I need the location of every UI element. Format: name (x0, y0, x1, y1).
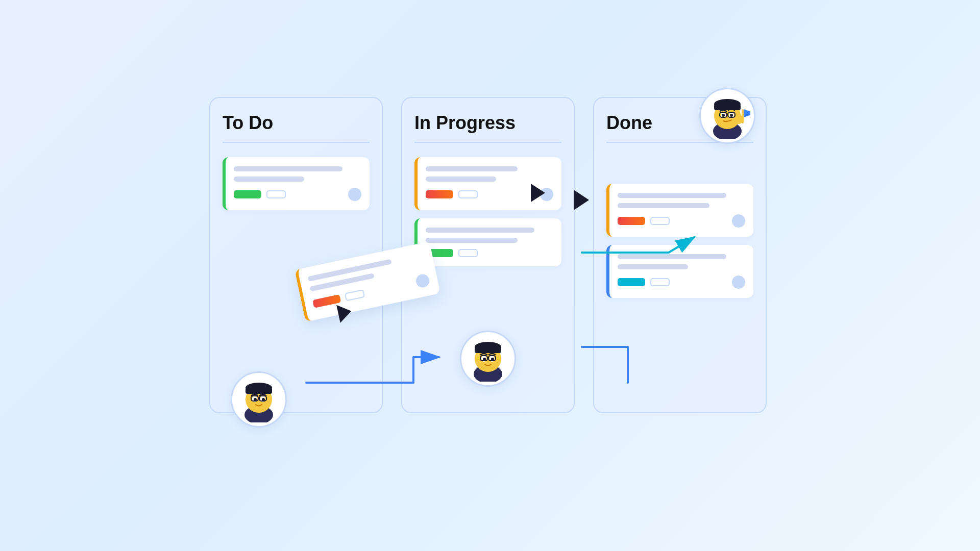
card-todo-1[interactable] (223, 157, 370, 210)
avatar-todo (231, 371, 287, 428)
card-line (426, 177, 496, 182)
svg-rect-25 (714, 104, 741, 110)
card-dot (348, 188, 361, 201)
card-footer (618, 276, 745, 289)
card-line (426, 238, 518, 243)
badge-outline (266, 190, 286, 198)
badge-red (426, 190, 453, 198)
svg-point-28 (722, 114, 725, 117)
badge-cyan (618, 278, 645, 286)
kanban-board: To Do (209, 97, 771, 454)
avatar-todo-face (236, 377, 282, 422)
card-line (618, 203, 709, 208)
card-line (618, 193, 726, 198)
card-dot (415, 273, 431, 289)
card-line (426, 228, 534, 233)
badge-outline (650, 278, 670, 286)
badge-outline (458, 249, 478, 257)
svg-rect-3 (246, 388, 272, 394)
badge-red (618, 217, 645, 225)
avatar-done-face (704, 93, 750, 139)
card-dot (732, 276, 745, 289)
svg-point-29 (730, 114, 733, 117)
card-done-2[interactable] (606, 245, 753, 298)
card-inprogress-1[interactable] (414, 157, 561, 210)
card-line (234, 166, 342, 171)
card-done-1[interactable] (606, 184, 753, 237)
badge-green (234, 190, 261, 198)
card-footer (618, 214, 745, 228)
column-inprogress-title: In Progress (414, 112, 561, 143)
column-todo: To Do (209, 97, 383, 413)
column-todo-title: To Do (223, 112, 370, 143)
card-line (618, 254, 726, 259)
card-inprogress-2[interactable] (414, 218, 561, 266)
card-footer (234, 188, 361, 201)
columns-container: To Do (209, 97, 767, 413)
badge-outline (458, 190, 478, 198)
badge-outline (650, 217, 670, 225)
svg-rect-34 (742, 109, 744, 123)
avatar-inprogress (460, 331, 516, 387)
card-line (426, 166, 518, 171)
card-dot (732, 214, 745, 228)
badge-outline (345, 289, 365, 302)
cursor-icon (531, 184, 545, 202)
avatar-done (699, 88, 755, 144)
svg-marker-35 (744, 109, 750, 117)
svg-rect-14 (475, 347, 501, 353)
card-line (618, 264, 688, 269)
column-done: Done (593, 97, 767, 413)
card-line (234, 177, 304, 182)
avatar-inprogress-face (465, 336, 511, 382)
card-footer (426, 249, 553, 257)
cursor-done-icon (574, 190, 589, 210)
